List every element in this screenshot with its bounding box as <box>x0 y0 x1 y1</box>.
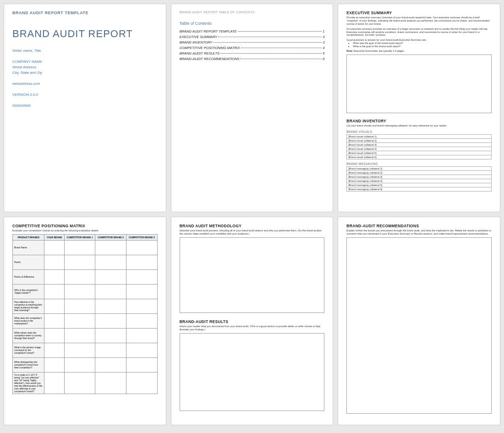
inventory-title: BRAND INVENTORY <box>346 119 492 123</box>
page-recommendations: BRAND-AUDIT RECOMMENDATIONS Explain furt… <box>338 217 500 425</box>
matrix-title: COMPETITIVE POSITIONING MATRIX <box>12 224 158 228</box>
exec-input-box[interactable] <box>346 55 492 113</box>
toc-list: BRAND AUDIT REPORT TEMPLATE 1EXECUTIVE S… <box>180 29 325 61</box>
matrix-cell[interactable] <box>95 299 126 313</box>
cover-company: COMPANY NAME <box>12 59 158 65</box>
toc-row-label: BRAND INVENTORY <box>180 40 213 44</box>
messaging-table: [Brand messaging collateral 1][Brand mes… <box>346 166 492 192</box>
matrix-row-label: On a scale of 1–10 ("1" being "not very … <box>13 372 44 394</box>
inventory-cell[interactable]: [Brand messaging collateral 3] <box>347 175 492 179</box>
matrix-cell[interactable] <box>44 284 64 299</box>
matrix-cell[interactable] <box>126 357 157 372</box>
matrix-cell[interactable] <box>95 313 126 328</box>
results-desc: Inform your reader what you discovered f… <box>180 325 325 331</box>
results-input-box[interactable] <box>180 333 325 411</box>
recs-desc: Explain further the results you discover… <box>346 229 492 236</box>
matrix-cell[interactable] <box>126 328 157 343</box>
recs-title: BRAND-AUDIT RECOMMENDATIONS <box>346 224 492 228</box>
toc-row: BRAND AUDIT REPORT TEMPLATE 1 <box>180 29 325 33</box>
messaging-subtitle: BRAND MESSAGING <box>346 162 492 165</box>
matrix-cell[interactable] <box>64 255 95 269</box>
cover-writer: Writer name, Title <box>12 48 158 54</box>
matrix-header: COMPETITOR BRAND 3 <box>126 234 157 240</box>
inventory-cell[interactable]: [Brand visual collateral 4] <box>347 147 492 151</box>
matrix-row-label: What values does the competitor seem to … <box>13 328 44 343</box>
matrix-cell[interactable] <box>95 255 126 269</box>
matrix-cell[interactable] <box>64 313 95 328</box>
matrix-cell[interactable] <box>126 240 157 255</box>
toc-row: BRAND INVENTORY 3 <box>180 40 325 44</box>
toc-row-label: EXECUTIVE SUMMARY <box>180 35 218 39</box>
matrix-cell[interactable] <box>44 357 64 372</box>
matrix-cell[interactable] <box>95 269 126 284</box>
matrix-cell[interactable] <box>44 255 64 269</box>
matrix-desc: Evaluate your competitors' brands by ent… <box>12 229 158 232</box>
matrix-cell[interactable] <box>95 284 126 299</box>
methodology-input-box[interactable] <box>180 237 325 313</box>
exec-bullet: What is the goal of this brand-audit rep… <box>353 45 492 48</box>
inventory-cell[interactable]: [Brand visual collateral 1] <box>347 134 492 138</box>
matrix-cell[interactable] <box>64 269 95 284</box>
exec-q-intro: Good questions to answer for your brand-… <box>346 38 427 41</box>
matrix-cell[interactable] <box>95 372 126 394</box>
inventory-cell[interactable]: [Brand visual collateral 3] <box>347 143 492 147</box>
matrix-cell[interactable] <box>64 240 95 255</box>
page-cover: BRAND AUDIT REPORT TEMPLATE BRAND AUDIT … <box>4 4 166 212</box>
inventory-cell[interactable]: [Brand messaging collateral 1] <box>347 166 492 170</box>
matrix-cell[interactable] <box>95 357 126 372</box>
toc-row-label: BRAND AUDIT REPORT TEMPLATE <box>180 29 237 33</box>
toc-row-label: BRAND-AUDIT RESULTS <box>180 51 219 55</box>
matrix-cell[interactable] <box>95 343 126 357</box>
matrix-cell[interactable] <box>126 269 157 284</box>
matrix-cell[interactable] <box>95 240 126 255</box>
matrix-row-label: How effective is the competitor at reach… <box>13 299 44 313</box>
matrix-row-label: Brand Name <box>13 240 44 255</box>
matrix-cell[interactable] <box>64 328 95 343</box>
matrix-cell[interactable] <box>126 313 157 328</box>
matrix-cell[interactable] <box>64 284 95 299</box>
cover-street: Street Address <box>12 65 158 70</box>
matrix-row-label: Who is the competitor's "target market"? <box>13 284 44 299</box>
visuals-subtitle: BRAND VISUALS <box>346 130 492 133</box>
inventory-cell[interactable]: [Brand visual collateral 2] <box>347 138 492 143</box>
exec-bullet: What was the goal of this brand-audit re… <box>353 42 492 45</box>
matrix-cell[interactable] <box>44 313 64 328</box>
methodology-title: BRAND AUDIT METHODOLOGY <box>180 224 325 228</box>
inventory-cell[interactable]: [Brand visual collateral 6] <box>347 155 492 159</box>
page-methodology-results: BRAND AUDIT METHODOLOGY Describe your br… <box>171 217 334 425</box>
matrix-cell[interactable] <box>44 299 64 313</box>
inventory-cell[interactable]: [Brand messaging collateral 4] <box>347 179 492 183</box>
exec-desc3: Good questions to answer for your brand-… <box>346 38 492 53</box>
toc-row-label: COMPETITIVE POSITIONING MATRIX <box>180 46 240 50</box>
matrix-cell[interactable] <box>64 299 95 313</box>
matrix-cell[interactable] <box>126 299 157 313</box>
matrix-cell[interactable] <box>64 357 95 372</box>
matrix-cell[interactable] <box>44 343 64 357</box>
exec-note-label: Note: <box>346 49 353 52</box>
exec-desc1: Provide an executive summary (overview o… <box>346 16 492 26</box>
matrix-row-label: Points <box>13 255 44 269</box>
matrix-cell[interactable] <box>126 284 157 299</box>
matrix-cell[interactable] <box>44 372 64 394</box>
toc-row-page: 1 <box>323 29 324 33</box>
inventory-cell[interactable]: [Brand messaging collateral 2] <box>347 170 492 175</box>
matrix-cell[interactable] <box>126 255 157 269</box>
recs-input-box[interactable] <box>346 237 492 414</box>
toc-row-page: 5 <box>323 51 324 55</box>
matrix-cell[interactable] <box>95 328 126 343</box>
inventory-cell[interactable]: [Brand messaging collateral 6] <box>347 187 492 191</box>
matrix-cell[interactable] <box>44 269 64 284</box>
toc-row-page: 3 <box>323 35 324 39</box>
matrix-cell[interactable] <box>44 240 64 255</box>
matrix-header: PRODUCT BRANDS <box>13 234 44 240</box>
matrix-header: COMPETITOR BRAND 1 <box>64 234 95 240</box>
inventory-cell[interactable]: [Brand messaging collateral 5] <box>347 183 492 187</box>
matrix-cell[interactable] <box>44 328 64 343</box>
matrix-cell[interactable] <box>64 343 95 357</box>
matrix-cell[interactable] <box>126 343 157 357</box>
matrix-row-label: What does the competitor's brand evoke i… <box>13 313 44 328</box>
cover-web: webaddress.com <box>12 81 158 87</box>
inventory-cell[interactable]: [Brand visual collateral 5] <box>347 151 492 155</box>
matrix-cell[interactable] <box>64 372 95 394</box>
matrix-cell[interactable] <box>126 372 157 394</box>
